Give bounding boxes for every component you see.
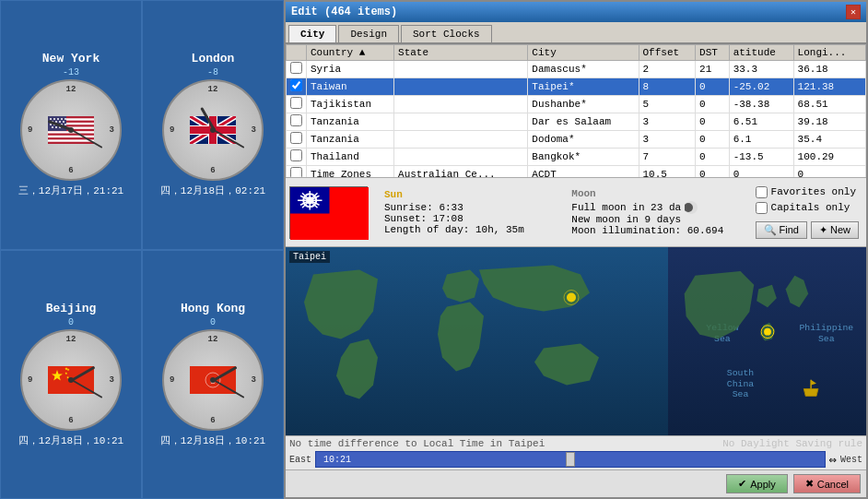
row-checkbox-cell[interactable] [287, 78, 307, 96]
moon-title: Moon [571, 188, 744, 199]
table-row[interactable]: Thailand Bangkok* 7 0 -13.5 100.29 [287, 149, 866, 166]
row-checkbox[interactable] [290, 149, 302, 161]
taiwan-flag [290, 187, 369, 240]
svg-text:China: China [727, 379, 755, 389]
row-checkbox-cell[interactable] [287, 131, 307, 149]
row-dst: 0 [696, 113, 730, 131]
binoculars-icon: 🔍 [764, 224, 777, 236]
row-latitude: 6.51 [729, 113, 793, 131]
row-checkbox[interactable] [290, 132, 302, 144]
svg-point-9 [53, 118, 55, 120]
capitals-checkbox[interactable] [756, 202, 768, 214]
full-moon-row: Full moon in 23 da [571, 201, 744, 214]
row-checkbox-cell[interactable] [287, 96, 307, 113]
west-label: West [840, 455, 862, 465]
sun-info: Sun Sunrise: 6:33 Sunset: 17:08 Length o… [377, 187, 564, 237]
svg-text:Sea: Sea [818, 334, 835, 344]
row-longitude: 100.29 [793, 149, 865, 166]
cancel-button[interactable]: ✖ Cancel [793, 474, 861, 493]
row-checkbox[interactable] [290, 62, 302, 74]
east-label: East [289, 455, 311, 465]
favorites-section: Favorites only Capitals only 🔍 Find ✦ Ne… [752, 183, 862, 243]
new-button[interactable]: ✦ New [811, 221, 859, 239]
col-state[interactable]: State [394, 45, 528, 61]
col-longitude[interactable]: Longi... [793, 45, 865, 61]
sunrise-text: Sunrise: 6:33 [384, 202, 557, 213]
dst-text: No Daylight Saving rule [722, 438, 862, 449]
row-country: Syria [307, 61, 394, 78]
time-diff-text: No time difference to Local Time in Taip… [289, 438, 545, 449]
arrow-icon: ⇔ [829, 452, 837, 468]
row-latitude: -25.02 [729, 78, 793, 96]
time-slider[interactable]: 10:21 [315, 451, 826, 468]
clock-time-hong-kong: 四，12月18日，10:21 [160, 434, 265, 447]
svg-point-12 [65, 118, 66, 120]
find-button[interactable]: 🔍 Find [756, 221, 807, 239]
day-length-text: Length of day: 10h, 35m [384, 224, 557, 235]
city-table-container[interactable]: Country ▲ State City Offset DST atitude … [286, 44, 866, 178]
bottom-bar: No time difference to Local Time in Taip… [286, 435, 866, 469]
row-latitude: -38.38 [729, 96, 793, 113]
row-checkbox-cell[interactable] [287, 61, 307, 78]
clock-title-new-york: New York [42, 52, 100, 65]
row-city: Damascus* [528, 61, 639, 78]
svg-point-15 [59, 121, 61, 123]
clock-title-hong-kong: Hong Kong [181, 302, 245, 315]
clock-cell-new-york: New York -13 12 3 6 9 [0, 0, 142, 250]
col-country[interactable]: Country ▲ [307, 45, 394, 61]
clock-offset-hong-kong: 0 [210, 317, 216, 327]
tab-design[interactable]: Design [338, 25, 399, 42]
row-checkbox[interactable] [290, 167, 302, 178]
row-country: Tajikistan [307, 96, 394, 113]
row-checkbox[interactable] [290, 97, 302, 109]
row-dst: 0 [696, 96, 730, 113]
row-checkbox[interactable] [290, 79, 302, 91]
world-map: Taipei [286, 247, 668, 435]
sun-title: Sun [384, 189, 557, 200]
row-offset: 8 [639, 78, 696, 96]
row-checkbox-cell[interactable] [287, 166, 307, 179]
clock-title-london: London [192, 52, 235, 65]
tab-sort-clocks[interactable]: Sort Clocks [401, 25, 492, 42]
svg-point-11 [61, 118, 63, 120]
table-row[interactable]: Taiwan Taipei* 8 0 -25.02 121.38 [287, 78, 866, 96]
row-checkbox-cell[interactable] [287, 149, 307, 166]
row-checkbox-cell[interactable] [287, 113, 307, 131]
world-clocks-panel: New York -13 12 3 6 9 [0, 0, 284, 499]
moon-icon [685, 201, 698, 214]
col-offset[interactable]: Offset [639, 45, 696, 61]
row-offset: 3 [639, 113, 696, 131]
row-state [394, 149, 528, 166]
current-time-display: 10:21 [323, 455, 351, 465]
col-dst[interactable]: DST [696, 45, 730, 61]
dialog-close-button[interactable]: ✕ [846, 5, 861, 19]
map-container: Taipei Y [286, 247, 866, 435]
table-row[interactable]: Tanzania Dar es Salaam 3 0 6.51 39.18 [287, 113, 866, 131]
row-dst: 0 [696, 166, 730, 179]
favorites-checkbox[interactable] [756, 186, 768, 198]
clock-cell-london: London -8 12 3 6 9 四，12月18日，02:21 [142, 0, 284, 250]
svg-point-23 [55, 126, 57, 128]
row-latitude: -13.5 [729, 149, 793, 166]
dialog-title: Edit (464 items) [291, 6, 397, 18]
col-latitude[interactable]: atitude [729, 45, 793, 61]
apply-button[interactable]: ✔ Apply [726, 474, 788, 493]
table-row[interactable]: Time Zones Australian Ce... ACDT 10.5 0 … [287, 166, 866, 179]
row-checkbox[interactable] [290, 114, 302, 126]
row-offset: 10.5 [639, 166, 696, 179]
map-right: Yellow Sea South China Sea Philippine Se… [668, 247, 866, 435]
table-row[interactable]: Tanzania Dodoma* 3 0 6.1 35.4 [287, 131, 866, 149]
clock-time-beijing: 四，12月18日，10:21 [18, 434, 123, 447]
clock-title-beijing: Beijing [46, 302, 97, 315]
row-latitude: 6.1 [729, 131, 793, 149]
table-row[interactable]: Syria Damascus* 2 21 33.3 36.18 [287, 61, 866, 78]
favorites-label: Favorites only [771, 186, 856, 197]
row-longitude: 35.4 [793, 131, 865, 149]
slider-thumb[interactable] [566, 452, 575, 467]
svg-text:South: South [727, 368, 755, 378]
tab-city[interactable]: City [288, 25, 336, 42]
row-longitude: 121.38 [793, 78, 865, 96]
col-city[interactable]: City [528, 45, 639, 61]
table-row[interactable]: Tajikistan Dushanbe* 5 0 -38.38 68.51 [287, 96, 866, 113]
col-checkbox[interactable] [287, 45, 307, 61]
